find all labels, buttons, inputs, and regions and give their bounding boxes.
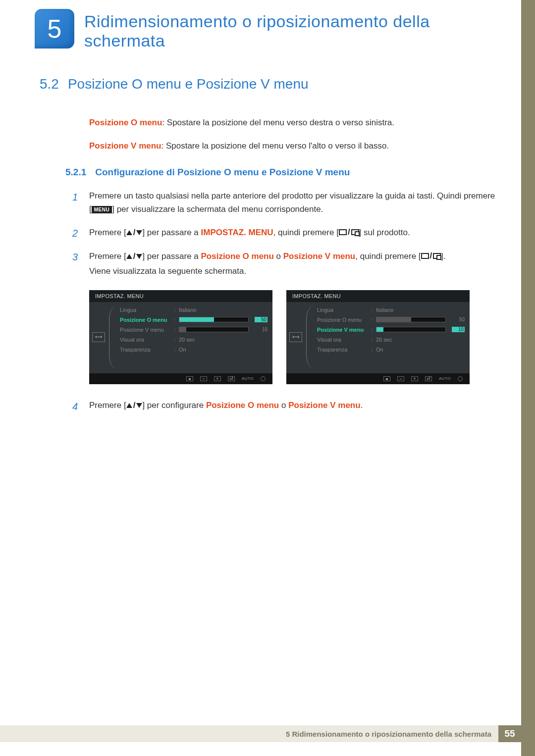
- up-down-key-icon: /: [126, 226, 143, 239]
- step-text: ] per visualizzare la schermata del menu…: [112, 204, 323, 214]
- side-accent-bar: [521, 0, 535, 756]
- step-3: 3 Premere [/] per passare a Posizione O …: [72, 250, 495, 280]
- osd-button-bar: ◂ − + ⏎ AUTO: [286, 373, 470, 384]
- step-number: 3: [72, 250, 80, 280]
- step-highlight: Posizione O menu: [206, 401, 279, 410]
- step-text: Viene visualizzata la seguente schermata…: [89, 265, 446, 278]
- subsection-number: 5.2.1: [65, 167, 86, 178]
- triangle-up-icon: [126, 230, 132, 235]
- osd-curve-decoration: [306, 306, 313, 368]
- osd-label: Trasparenza: [317, 347, 369, 353]
- step-text: ].: [441, 252, 445, 261]
- osd-value: On: [376, 347, 465, 353]
- osd-left-icon: ◂: [186, 376, 193, 381]
- step-text: ] per passare a: [142, 252, 201, 261]
- osd-label: Lingua: [317, 307, 369, 313]
- step-text: ] per passare a: [142, 228, 201, 237]
- intro-label-2: Posizione V menu: [89, 141, 161, 151]
- osd-label: Visual ora: [317, 337, 369, 343]
- osd-plus-icon: +: [411, 376, 418, 381]
- step-text: o: [274, 252, 283, 261]
- step-number: 2: [72, 226, 80, 242]
- osd-item-lang: Lingua:Italiano: [317, 307, 465, 313]
- osd-button-bar: ◂ − + ⏎ AUTO: [89, 373, 272, 384]
- osd-item-posv: Posizione V menu:10: [317, 327, 465, 333]
- osd-minus-icon: −: [200, 376, 207, 381]
- osd-panel-v: IMPOSTAZ. MENU ⟷ Lingua:Italiano Posizio…: [286, 290, 470, 384]
- triangle-down-icon: [136, 230, 142, 235]
- triangle-down-icon: [136, 254, 142, 259]
- osd-slider: [376, 317, 446, 322]
- osd-plus-icon: +: [214, 376, 221, 381]
- osd-value: Italiano: [376, 307, 465, 313]
- osd-slider: [179, 317, 249, 322]
- rect-icon: [339, 229, 347, 235]
- section-heading: 5.2 Posizione O menu e Posizione V menu: [40, 76, 495, 92]
- subsection-title: Configurazione di Posizione O menu e Pos…: [95, 167, 350, 178]
- osd-title: IMPOSTAZ. MENU: [286, 290, 470, 302]
- osd-label: Posizione V menu: [317, 327, 369, 333]
- step-1: 1 Premere un tasto qualsiasi nella parte…: [72, 190, 495, 218]
- subsection-heading: 5.2.1 Configurazione di Posizione O menu…: [65, 167, 495, 178]
- up-down-key-icon: /: [126, 250, 143, 263]
- triangle-down-icon: [136, 403, 142, 408]
- osd-enter-icon: ⏎: [228, 376, 235, 381]
- step-number: 1: [72, 190, 80, 218]
- enter-key-icon: /: [339, 226, 359, 239]
- osd-curve-decoration: [109, 306, 116, 368]
- osd-item-poso: Posizione O menu:50: [120, 317, 268, 323]
- osd-label: Visual ora: [120, 337, 172, 343]
- osd-item-trans: Trasparenza:On: [120, 347, 268, 353]
- step-text: Premere [: [89, 228, 126, 237]
- intro-paragraph-2: Posizione V menu: Spostare la posizione …: [89, 140, 495, 152]
- osd-value: 10: [255, 327, 268, 332]
- osd-item-poso: Posizione O menu:50: [317, 317, 465, 323]
- osd-minus-icon: −: [397, 376, 404, 381]
- intro-label-1: Posizione O menu: [89, 118, 162, 127]
- osd-value: On: [179, 347, 268, 353]
- step-text: .: [361, 401, 363, 410]
- chapter-header: 5 Ridimensionamento o riposizionamento d…: [0, 0, 535, 56]
- osd-label: Lingua: [120, 307, 172, 313]
- step-text: o: [279, 401, 288, 410]
- osd-enter-icon: ⏎: [425, 376, 432, 381]
- step-highlight: Posizione V menu: [288, 401, 360, 410]
- osd-side-icon: ⟷: [92, 332, 105, 342]
- osd-item-trans: Trasparenza:On: [317, 347, 465, 353]
- menu-key-icon: MENU: [92, 206, 112, 213]
- rect-icon: [421, 253, 429, 259]
- step-number: 4: [72, 399, 80, 414]
- step-text: ] per configurare: [142, 401, 206, 410]
- chapter-number-badge: 5: [35, 9, 74, 49]
- chapter-title: Ridimensionamento o riposizionamento del…: [84, 12, 505, 50]
- osd-left-icon: ◂: [383, 376, 390, 381]
- osd-power-icon: [261, 376, 266, 381]
- intro-text-1: : Spostare la posizione del menu verso d…: [162, 118, 394, 127]
- step-highlight: Posizione V menu: [283, 252, 355, 261]
- rect-enter-icon: [433, 253, 441, 259]
- step-2: 2 Premere [/] per passare a IMPOSTAZ. ME…: [72, 226, 495, 242]
- osd-item-posv: Posizione V menu:10: [120, 327, 268, 333]
- osd-item-time: Visual ora:20 sec: [317, 337, 465, 343]
- osd-value: 20 sec: [376, 337, 465, 343]
- osd-panel-h: IMPOSTAZ. MENU ⟷ Lingua:Italiano Posizio…: [89, 290, 272, 384]
- osd-label: Posizione O menu: [317, 317, 369, 323]
- osd-value: 50: [255, 317, 268, 322]
- rect-enter-icon: [351, 229, 359, 235]
- step-text: ] sul prodotto.: [359, 228, 410, 237]
- footer-chapter-label: 5 Ridimensionamento o riposizionamento d…: [286, 730, 498, 738]
- step-4: 4 Premere [/] per configurare Posizione …: [72, 399, 495, 414]
- intro-text-2: : Spostare la posizione del menu verso l…: [161, 141, 389, 151]
- intro-paragraph-1: Posizione O menu: Spostare la posizione …: [89, 117, 495, 129]
- osd-value: 20 sec: [179, 337, 268, 343]
- osd-slider: [376, 327, 446, 332]
- osd-item-lang: Lingua:Italiano: [120, 307, 268, 313]
- osd-item-time: Visual ora:20 sec: [120, 337, 268, 343]
- up-down-key-icon: /: [126, 399, 143, 412]
- osd-slider: [179, 327, 249, 332]
- step-text: , quindi premere [: [355, 252, 421, 261]
- osd-label: Trasparenza: [120, 347, 172, 353]
- osd-value: 10: [452, 327, 465, 332]
- step-text: , quindi premere [: [273, 228, 339, 237]
- osd-power-icon: [458, 376, 463, 381]
